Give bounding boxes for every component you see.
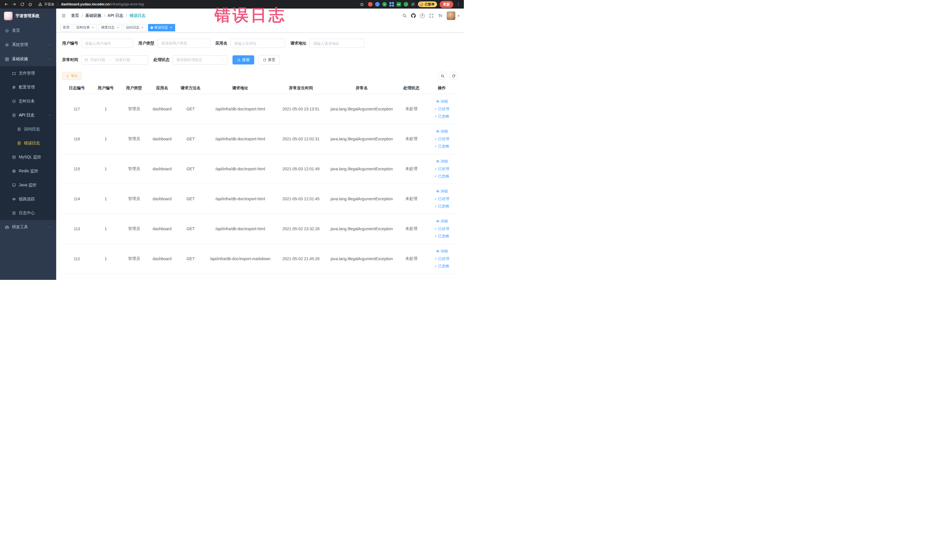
search-button[interactable]: 搜索: [232, 55, 254, 64]
update-button[interactable]: 更新: [440, 1, 453, 8]
address-bar[interactable]: 不安全 dashboard.yudao.iocoder.cn/infra/log…: [38, 2, 357, 7]
ignored-link[interactable]: ✓已忽略: [426, 203, 458, 210]
extension-icon[interactable]: [368, 2, 372, 6]
sidebar-item-api-log[interactable]: API 日志: [0, 108, 56, 122]
request-url-input[interactable]: [310, 39, 364, 48]
tab-label: 错误日志: [154, 25, 168, 30]
url-domain: dashboard.yudao.iocoder.cn: [61, 2, 110, 6]
ignored-link[interactable]: ✓已忽略: [426, 262, 458, 270]
export-button[interactable]: 导出: [62, 72, 81, 80]
ignored-link[interactable]: ✓已忽略: [426, 113, 458, 120]
sidebar-item-error-log[interactable]: 错误日志: [0, 136, 56, 150]
extension-on-icon[interactable]: on: [397, 2, 401, 6]
search-icon[interactable]: [402, 14, 407, 18]
back-icon[interactable]: [3, 1, 10, 8]
tab-job-log[interactable]: 调度日志×: [98, 24, 122, 31]
toggle-search-button[interactable]: [438, 72, 447, 80]
user-avatar[interactable]: [447, 11, 455, 20]
processed-link[interactable]: ✓已处理: [426, 225, 458, 232]
column-header: 请求地址: [205, 82, 276, 94]
exception-time-range-picker[interactable]: 开始日期 - 结束日期: [81, 55, 148, 64]
table-row: 117 1 管理员 dashboard GET /api/infra/db-do…: [62, 94, 458, 124]
processed-link[interactable]: ✓已处理: [426, 195, 458, 203]
close-icon[interactable]: ×: [141, 26, 144, 29]
warning-icon: [38, 2, 42, 6]
close-icon[interactable]: ×: [169, 26, 172, 29]
cell-request-url: /api/infra/db-doc/export-html: [205, 94, 276, 124]
table-row: 112 1 管理员 dashboard GET /api/infra/db-do…: [62, 244, 458, 273]
close-icon[interactable]: ×: [116, 26, 119, 29]
sidebar-item-infra[interactable]: 基础设施: [0, 52, 56, 66]
sidebar-toggle-icon[interactable]: [60, 12, 67, 19]
sidebar-item-redis[interactable]: Redis 监控: [0, 164, 56, 178]
ignored-link[interactable]: ✓已忽略: [426, 232, 458, 240]
sidebar-item-home[interactable]: 首页: [0, 23, 56, 38]
close-icon[interactable]: ×: [91, 26, 95, 29]
sidebar-item-file[interactable]: 文件管理: [0, 66, 56, 80]
breadcrumb-separator: /: [104, 14, 105, 18]
profile-paused-chip[interactable]: 已暂停: [418, 2, 437, 7]
tab-home[interactable]: 首页: [60, 24, 72, 31]
cell-log-id: 114: [62, 184, 92, 214]
eye-icon: [436, 159, 440, 163]
tab-error-log[interactable]: 错误日志×: [148, 24, 175, 31]
font-size-icon[interactable]: [438, 14, 443, 18]
github-icon[interactable]: [411, 14, 416, 18]
detail-link[interactable]: 详细: [426, 218, 458, 225]
refresh-button[interactable]: [449, 72, 458, 80]
home-icon[interactable]: [27, 1, 34, 8]
fullscreen-icon[interactable]: [429, 14, 433, 18]
forward-icon[interactable]: [11, 1, 18, 8]
table-header-row: 日志编号 用户编号 用户类型 应用名 请求方法名 请求地址 异常发生时间 异常名…: [62, 82, 458, 94]
detail-link[interactable]: 详细: [426, 128, 458, 135]
breadcrumb-home[interactable]: 首页: [71, 13, 79, 18]
detail-link-label: 详细: [441, 189, 448, 194]
eye-icon: [12, 197, 16, 201]
breadcrumb-api-log[interactable]: API 日志: [108, 13, 123, 18]
sidebar-item-trace[interactable]: 链路追踪: [0, 192, 56, 206]
sidebar-item-label: 错误日志: [24, 140, 40, 146]
detail-link[interactable]: 详细: [426, 188, 458, 195]
tags-view: 首页 定时任务× 调度日志× 访问日志× 错误日志×: [56, 23, 464, 32]
cell-time: 2021-05-03 23:13:51: [276, 94, 327, 124]
chrome-menu-icon[interactable]: ⋮: [456, 2, 461, 6]
sidebar-item-java[interactable]: Java 监控: [0, 178, 56, 192]
app-logo[interactable]: 芋道管理系统: [0, 9, 56, 23]
sidebar-item-access-log[interactable]: 访问日志: [0, 122, 56, 136]
ignored-link[interactable]: ✓已忽略: [426, 143, 458, 150]
sidebar-item-job[interactable]: 定时任务: [0, 94, 56, 108]
extension-icon[interactable]: V: [382, 2, 387, 6]
user-id-input[interactable]: [81, 39, 133, 48]
bookmark-star-icon[interactable]: [359, 1, 365, 8]
extension-tool-icon[interactable]: [411, 2, 415, 6]
processed-link[interactable]: ✓已处理: [426, 135, 458, 143]
sidebar-item-mysql[interactable]: MySQL 监控: [0, 150, 56, 164]
detail-link[interactable]: 详细: [426, 158, 458, 165]
app-name-input[interactable]: [230, 39, 285, 48]
ignored-link[interactable]: ✓已忽略: [426, 172, 458, 180]
reset-button[interactable]: 重置: [258, 55, 280, 64]
processed-link[interactable]: ✓已处理: [426, 255, 458, 262]
tab-scheduled-job[interactable]: 定时任务×: [73, 24, 97, 31]
sidebar-item-log-center[interactable]: 日志中心: [0, 206, 56, 220]
processed-link-label: 已处理: [438, 166, 449, 171]
detail-link[interactable]: 详细: [426, 98, 458, 105]
extension-icon[interactable]: [375, 2, 380, 6]
process-status-select[interactable]: 请选择处理状态: [172, 55, 227, 64]
cell-user-type: 管理员: [120, 124, 148, 154]
processed-link[interactable]: ✓已处理: [426, 165, 458, 172]
tab-access-log[interactable]: 访问日志×: [123, 24, 147, 31]
cell-user-type: 管理员: [120, 94, 148, 124]
extension-grid-icon[interactable]: [389, 2, 394, 6]
sidebar-item-system[interactable]: 系统管理: [0, 38, 56, 52]
extension-leaf-icon[interactable]: [404, 2, 408, 6]
caret-down-icon[interactable]: ▾: [458, 14, 459, 17]
processed-link[interactable]: ✓已处理: [426, 105, 458, 113]
detail-link[interactable]: 详细: [426, 248, 458, 255]
sidebar-item-dev-tools[interactable]: 研发工具: [0, 220, 56, 234]
breadcrumb-infra[interactable]: 基础设施: [85, 13, 101, 18]
help-icon[interactable]: ?: [420, 14, 425, 18]
sidebar-item-config[interactable]: 配置管理: [0, 80, 56, 94]
reload-icon[interactable]: [19, 1, 26, 8]
user-type-select[interactable]: 请选择用户类型: [157, 39, 210, 48]
